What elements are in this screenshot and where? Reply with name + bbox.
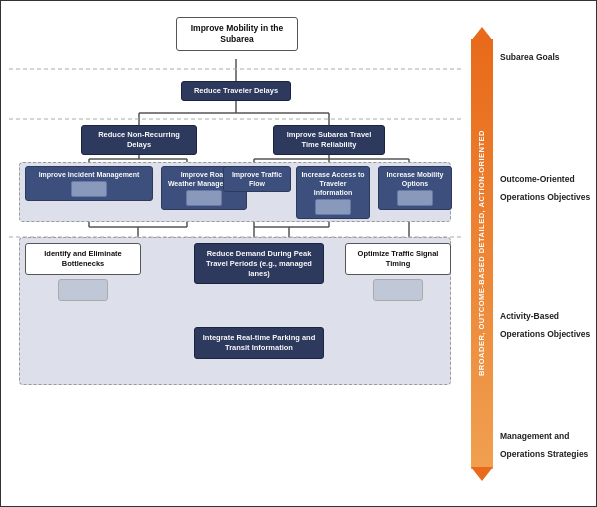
activity4-box: Increase Access to Traveler Information (296, 166, 370, 219)
activity1-node: Improve Incident Management (25, 166, 153, 201)
side-label-activity-objectives: Activity-Based Operations Objectives (500, 305, 597, 341)
activity3-box: Improve Traffic Flow (223, 166, 291, 192)
outcome2a-node: Reduce Non-Recurring Delays (81, 125, 197, 155)
activity5-text: Increase Mobility Options (387, 171, 444, 187)
activity1-text: Improve Incident Management (39, 171, 140, 178)
activity1-box: Improve Incident Management (25, 166, 153, 201)
ops4-box: Integrate Real-time Parking and Transit … (194, 327, 324, 359)
ops2-node: Reduce Demand During Peak Travel Periods… (194, 243, 324, 284)
side-label-subarea-text: Subarea Goals (500, 52, 560, 62)
outcome2b-box: Improve Subarea Travel Time Reliability (273, 125, 385, 155)
diagram-container: Improve Mobility in the Subarea Reduce T… (9, 9, 464, 498)
side-label-outcome-text: Outcome-Oriented Operations Objectives (500, 174, 590, 202)
side-label-subarea-goals: Subarea Goals (500, 46, 597, 64)
side-label-management-strategies: Management and Operations Strategies (500, 425, 597, 461)
ops3-text: Optimize Traffic Signal Timing (358, 249, 439, 268)
activity5-node: Increase Mobility Options (378, 166, 452, 210)
arrow-bar: BROADER, OUTCOME-BASED DETAILED, ACTION-… (471, 39, 493, 469)
activity5-box: Increase Mobility Options (378, 166, 452, 210)
arrow-bar-text: BROADER, OUTCOME-BASED DETAILED, ACTION-… (477, 130, 487, 376)
ops3-node: Optimize Traffic Signal Timing (345, 243, 451, 301)
ops1-node: Identify and Eliminate Bottlenecks (25, 243, 141, 301)
activity2-icon (166, 190, 242, 206)
activity4-text: Increase Access to Traveler Information (301, 171, 364, 196)
activity3-node: Improve Traffic Flow (223, 166, 291, 192)
outcome2b-node: Improve Subarea Travel Time Reliability (273, 125, 385, 155)
outcome2a-text: Reduce Non-Recurring Delays (98, 130, 180, 149)
ops4-text: Integrate Real-time Parking and Transit … (203, 333, 316, 352)
ops3-icon (345, 279, 451, 301)
subarea-goal-text: Improve Mobility in the Subarea (191, 23, 284, 44)
arrow-column: BROADER, OUTCOME-BASED DETAILED, ACTION-… (468, 9, 496, 498)
side-label-activity-text: Activity-Based Operations Objectives (500, 311, 590, 339)
outcome1-text: Reduce Traveler Delays (194, 86, 278, 95)
activity4-icon (301, 199, 365, 215)
outcome1-box: Reduce Traveler Delays (181, 81, 291, 101)
activity4-node: Increase Access to Traveler Information (296, 166, 370, 219)
outcome2b-text: Improve Subarea Travel Time Reliability (287, 130, 372, 149)
ops1-text: Identify and Eliminate Bottlenecks (44, 249, 122, 268)
right-panel: BROADER, OUTCOME-BASED DETAILED, ACTION-… (468, 9, 597, 498)
ops1-icon (25, 279, 141, 301)
outcome2a-box: Reduce Non-Recurring Delays (81, 125, 197, 155)
side-label-management-text: Management and Operations Strategies (500, 431, 588, 459)
ops2-box: Reduce Demand During Peak Travel Periods… (194, 243, 324, 284)
subarea-goal-node: Improve Mobility in the Subarea (176, 17, 298, 51)
activity1-icon (30, 181, 148, 197)
main-diagram: Improve Mobility in the Subarea Reduce T… (9, 9, 468, 498)
labels-column: Subarea Goals Outcome-Oriented Operation… (500, 9, 597, 498)
outer-wrapper: Improve Mobility in the Subarea Reduce T… (0, 0, 597, 507)
activity5-icon (383, 190, 447, 206)
ops2-text: Reduce Demand During Peak Travel Periods… (206, 249, 312, 278)
side-label-outcome-objectives: Outcome-Oriented Operations Objectives (500, 168, 597, 204)
ops4-node: Integrate Real-time Parking and Transit … (194, 327, 324, 359)
subarea-goal-box: Improve Mobility in the Subarea (176, 17, 298, 51)
activity3-text: Improve Traffic Flow (232, 171, 282, 187)
outcome1-node: Reduce Traveler Delays (181, 81, 291, 101)
